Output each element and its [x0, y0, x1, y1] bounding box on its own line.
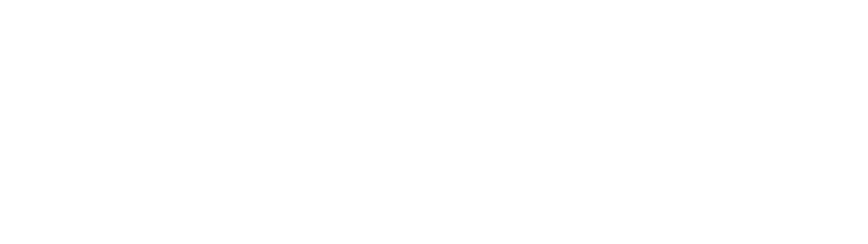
finder-window: [0, 0, 868, 244]
